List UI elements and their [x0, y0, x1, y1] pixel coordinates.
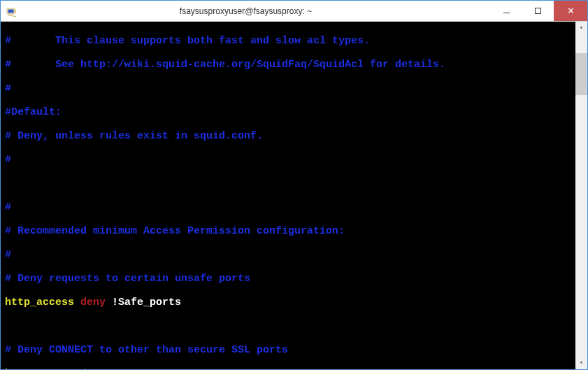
window-title: fsaysusproxyuser@fsaysusproxy: ~ — [22, 1, 491, 21]
svg-rect-1 — [8, 10, 14, 13]
comment-text: # — [5, 83, 11, 94]
comment-text: # Deny, unless rules exist in squid.conf… — [5, 130, 263, 142]
blank-line — [5, 178, 587, 190]
maximize-button[interactable] — [522, 1, 554, 21]
directive-text: http_access — [5, 368, 80, 369]
putty-icon — [6, 6, 17, 17]
window-controls: ✕ — [491, 1, 587, 21]
comment-text: # — [5, 35, 11, 47]
comment-text: # — [5, 59, 11, 71]
putty-window: fsaysusproxyuser@fsaysusproxy: ~ ✕ # Thi… — [0, 0, 588, 370]
comment-text: See http://wiki.squid-cache.org/SquidFaq… — [11, 59, 445, 71]
directive-text: http_access — [5, 297, 80, 308]
comment-text: # — [5, 249, 11, 261]
action-text: deny — [80, 297, 106, 308]
terminal-area[interactable]: # This clause supports both fast and slo… — [1, 22, 587, 369]
comment-text: # — [5, 154, 11, 166]
scroll-up-button[interactable]: ▴ — [575, 22, 587, 34]
comment-text: # Deny requests to certain unsafe ports — [5, 273, 250, 285]
scroll-thumb[interactable] — [575, 53, 587, 95]
action-text: deny — [80, 368, 106, 369]
scroll-track[interactable] — [575, 34, 587, 357]
close-button[interactable]: ✕ — [554, 1, 587, 21]
comment-text: # Recommended minimum Access Permission … — [5, 225, 345, 237]
blank-line — [5, 320, 587, 332]
comment-text: #Default: — [5, 106, 62, 118]
comment-text: # — [5, 201, 11, 213]
arg-text: CONNECT !SSL_ports — [106, 368, 225, 369]
comment-text: # Deny CONNECT to other than secure SSL … — [5, 344, 288, 356]
arg-text: !Safe_ports — [106, 297, 181, 308]
scrollbar[interactable]: ▴ ▾ — [575, 22, 587, 369]
scroll-down-button[interactable]: ▾ — [575, 357, 587, 369]
minimize-button[interactable] — [491, 1, 522, 21]
close-icon: ✕ — [567, 6, 575, 15]
titlebar[interactable]: fsaysusproxyuser@fsaysusproxy: ~ ✕ — [1, 1, 587, 22]
comment-text: This clause supports both fast and slow … — [11, 35, 370, 47]
svg-rect-2 — [15, 10, 16, 13]
